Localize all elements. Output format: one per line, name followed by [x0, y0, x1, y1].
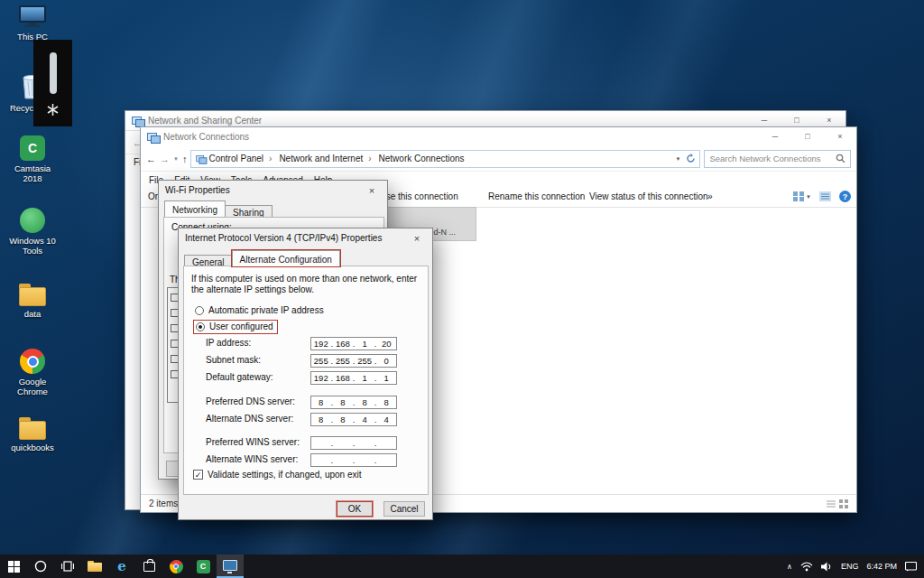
radio-automatic-private-ip[interactable]: Automatic private IP address: [195, 305, 324, 315]
camtasia-icon: C: [20, 135, 45, 161]
desktop-background: This PC Recycle Bin C Camtasia 2018 Wind…: [0, 0, 924, 555]
field-label: Alternate WINS server:: [206, 454, 298, 464]
details-view-icon[interactable]: [819, 191, 831, 201]
desktop-icon-quickbooks[interactable]: quickbooks: [7, 417, 58, 452]
desktop-icon-data[interactable]: data: [7, 284, 58, 319]
radio-user-configured[interactable]: User configured: [193, 320, 278, 334]
cancel-button[interactable]: Cancel: [383, 501, 425, 517]
windows-10-tools-icon: [20, 208, 45, 233]
field-row: Default gateway: 19216811: [179, 371, 432, 385]
active-window-taskbar-icon[interactable]: [217, 555, 244, 578]
camtasia-taskbar-icon[interactable]: C: [189, 555, 217, 578]
window-title: Network and Sharing Center: [148, 116, 262, 126]
layout-toggle-icon[interactable]: ▼: [793, 191, 811, 201]
breadcrumb-item[interactable]: Network and Internet: [279, 154, 376, 163]
desktop-icon-this-pc[interactable]: This PC: [7, 5, 58, 42]
action-center-icon[interactable]: [905, 562, 917, 572]
store-icon[interactable]: [135, 555, 162, 578]
breadcrumb-item[interactable]: Control Panel: [208, 154, 277, 163]
search-icon[interactable]: [836, 154, 845, 163]
validate-settings-checkbox[interactable]: ✓ Validate settings, if changed, upon ex…: [193, 470, 361, 480]
radio-label: Automatic private IP address: [208, 305, 324, 315]
network-icon: [147, 133, 159, 142]
checkbox-icon: ✓: [193, 470, 203, 480]
alternate-dns-input[interactable]: 8844: [310, 413, 397, 426]
forward-icon[interactable]: →: [160, 154, 170, 164]
file-explorer-icon[interactable]: [81, 555, 108, 578]
tab-alternate-configuration[interactable]: Alternate Configuration: [232, 250, 340, 266]
tray-chevron-icon[interactable]: ∧: [787, 563, 792, 571]
field-label: Default gateway:: [206, 372, 273, 382]
search-placeholder: Search Network Connections: [709, 154, 836, 163]
recent-pages-icon[interactable]: ▼: [173, 156, 179, 162]
view-status-button[interactable]: View status of this connection: [589, 191, 708, 201]
task-view-button[interactable]: [54, 555, 81, 578]
speaker-icon[interactable]: [821, 562, 833, 572]
minimize-button[interactable]: ─: [759, 127, 791, 145]
back-icon[interactable]: ←: [146, 154, 156, 164]
tab-strip: Networking Sharing: [164, 200, 272, 217]
taskbar: e C ∧ ENG 6:42 PM: [0, 555, 924, 578]
field-row: Preferred WINS server:: [179, 436, 432, 450]
dialog-ipv4-properties[interactable]: Internet Protocol Version 4 (TCP/IPv4) P…: [178, 228, 433, 520]
address-bar[interactable]: Control Panel Network and Internet Netwo…: [190, 150, 700, 168]
preferred-wins-input[interactable]: [310, 436, 397, 450]
breadcrumb-item[interactable]: Network Connections: [379, 154, 465, 163]
refresh-icon[interactable]: [686, 154, 696, 163]
desktop-icon-google-chrome[interactable]: Google Chrome: [7, 349, 58, 396]
ip-address-input[interactable]: 192168120: [310, 337, 397, 350]
language-indicator[interactable]: ENG: [841, 562, 859, 571]
help-icon[interactable]: ?: [839, 191, 851, 202]
field-label: Subnet mask:: [206, 355, 261, 365]
screen-tool-overlay[interactable]: [33, 40, 72, 126]
toolbar-more-button[interactable]: »: [707, 191, 713, 201]
up-icon[interactable]: ↑: [182, 154, 188, 164]
list-view-icon[interactable]: [827, 499, 836, 508]
field-row: Subnet mask: 2552552550: [179, 354, 432, 368]
radio-label: User configured: [209, 322, 273, 331]
titlebar[interactable]: Network Connections ─ □ ×: [141, 127, 856, 146]
wifi-icon[interactable]: [800, 562, 813, 572]
preferred-dns-input[interactable]: 8888: [310, 396, 397, 409]
subnet-mask-input[interactable]: 2552552550: [310, 354, 397, 368]
titlebar[interactable]: Internet Protocol Version 4 (TCP/IPv4) P…: [179, 228, 432, 247]
tool-slider[interactable]: [50, 52, 57, 94]
folder-icon: [19, 284, 46, 306]
description-text: If this computer is used on more than on…: [191, 274, 420, 295]
close-button[interactable]: ×: [824, 127, 856, 145]
field-row: Alternate WINS server:: [179, 453, 432, 467]
search-input[interactable]: Search Network Connections: [704, 150, 851, 168]
field-row: Alternate DNS server: 8844: [179, 413, 432, 426]
desktop-icon-camtasia[interactable]: C Camtasia 2018: [7, 135, 58, 183]
field-row: IP address: 192168120: [179, 337, 432, 350]
rename-connection-button[interactable]: Rename this connection: [488, 191, 585, 201]
close-icon[interactable]: ×: [405, 230, 429, 246]
field-label: IP address:: [206, 338, 251, 348]
icon-label: Camtasia 2018: [7, 163, 58, 183]
tool-settings-icon[interactable]: [46, 103, 60, 117]
chrome-icon: [20, 349, 45, 374]
this-pc-icon: [19, 5, 46, 29]
titlebar[interactable]: Wi-Fi Properties ×: [159, 181, 387, 200]
chrome-taskbar-icon[interactable]: [162, 555, 189, 578]
default-gateway-input[interactable]: 19216811: [310, 371, 397, 385]
alternate-wins-input[interactable]: [310, 453, 397, 467]
maximize-button[interactable]: □: [791, 127, 824, 145]
address-dropdown-icon[interactable]: ▼: [676, 156, 681, 162]
ok-button[interactable]: OK: [337, 501, 373, 517]
tab-strip: General Alternate Configuration: [184, 250, 339, 266]
tab-networking[interactable]: Networking: [164, 200, 226, 217]
close-icon[interactable]: ×: [360, 182, 383, 198]
start-button[interactable]: [0, 555, 27, 578]
clock[interactable]: 6:42 PM: [866, 562, 897, 571]
navigation-bar: ← → ▼ ↑ Control Panel Network and Intern…: [141, 146, 856, 172]
thumbnail-view-icon[interactable]: [839, 499, 848, 508]
network-icon: [132, 117, 143, 126]
desktop-icon-windows-10-tools[interactable]: Windows 10 Tools: [7, 208, 58, 256]
edge-icon[interactable]: e: [108, 555, 135, 578]
cortana-search-button[interactable]: [27, 555, 54, 578]
icon-label: Google Chrome: [7, 377, 58, 396]
icon-label: Windows 10 Tools: [7, 236, 58, 256]
icon-label: quickbooks: [11, 443, 54, 452]
location-icon: [197, 155, 206, 163]
